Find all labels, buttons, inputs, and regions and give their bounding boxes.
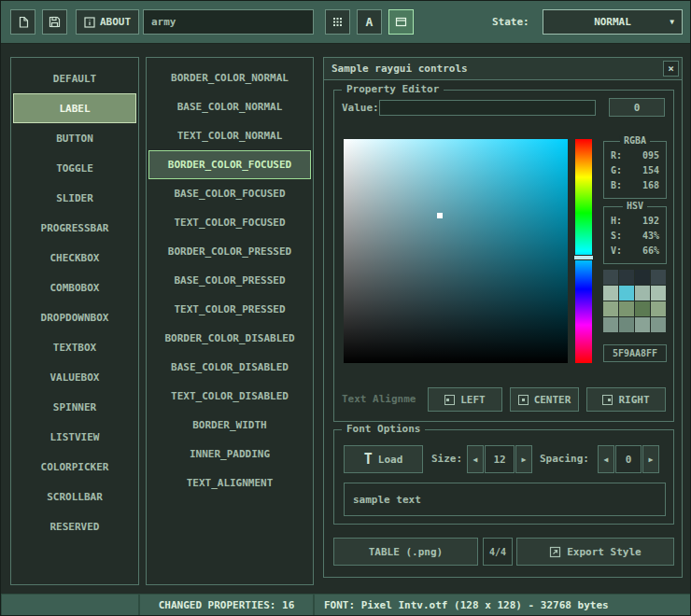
property-item[interactable]: BORDER_COLOR_PRESSED [148,237,311,266]
state-value: NORMAL [594,16,631,28]
value-slider[interactable] [379,100,596,116]
hsv-h-value: 192 [642,214,659,229]
palette-swatch[interactable] [635,317,650,332]
property-item[interactable]: BASE_COLOR_DISABLED [148,353,311,382]
align-left-button[interactable]: LEFT [428,387,502,412]
control-item[interactable]: COLORPICKER [13,452,136,482]
palette-swatch[interactable] [619,270,634,285]
palette-swatch[interactable] [651,286,666,301]
spacing-value[interactable]: 0 [615,445,642,473]
property-item[interactable]: BASE_COLOR_NORMAL [148,92,311,121]
property-item[interactable]: BORDER_WIDTH [148,411,311,440]
align-right-label: RIGHT [618,394,649,406]
property-item[interactable]: TEXT_COLOR_NORMAL [148,121,311,150]
property-item[interactable]: INNER_PADDING [148,440,311,469]
property-item[interactable]: TEXT_ALIGNMENT [148,469,311,497]
export-counter[interactable]: 4/4 [483,538,513,566]
font-options-group: Font Options T Load Size: ◀ 12 ▶ Spacing… [333,429,674,525]
palette-swatch[interactable] [603,286,618,301]
save-style-button[interactable] [42,9,67,35]
palette-swatch[interactable] [619,317,634,332]
control-item[interactable]: PROGRESSBAR [13,213,136,243]
close-button[interactable]: × [663,61,679,77]
control-item[interactable]: SCROLLBAR [13,482,136,511]
control-item[interactable]: BUTTON [13,123,136,153]
spacing-increase-button[interactable]: ▶ [642,445,659,473]
property-editor-title: Property Editor [342,83,444,95]
rgba-g-label: G: [611,163,622,178]
hue-bar[interactable] [575,139,592,363]
palette-swatch[interactable] [603,301,618,316]
palette-swatch[interactable] [635,286,650,301]
export-table-button[interactable]: TABLE (.png) [333,538,478,566]
export-style-label: Export Style [567,546,641,558]
chevron-left-icon: ◀ [473,455,478,464]
control-item[interactable]: TEXTBOX [13,332,136,362]
sample-text-box[interactable]: sample text [344,483,666,516]
property-item[interactable]: BASE_COLOR_FOCUSED [148,179,311,208]
palette-swatch[interactable] [619,301,634,316]
property-item[interactable]: TEXT_COLOR_FOCUSED [148,208,311,237]
control-item[interactable]: DEFAULT [13,63,136,93]
text-alignment-label: Text Alignme [342,387,428,412]
palette-swatch[interactable] [635,301,650,316]
spacing-decrease-button[interactable]: ◀ [598,445,614,473]
font-mode-button[interactable]: A [357,9,382,35]
color-panel[interactable] [344,139,568,363]
control-item[interactable]: RESERVED [13,511,136,541]
window-mode-button[interactable] [388,9,414,35]
sample-controls-window: Sample raygui controls × Property Editor… [323,57,683,578]
palette-swatch[interactable] [635,270,650,285]
style-name-input[interactable] [143,9,314,35]
control-item-selected[interactable]: LABEL [13,93,136,123]
hsv-group: HSV H: 192 S: 43% V: 66% [603,206,667,264]
control-item[interactable]: CHECKBOX [13,243,136,273]
export-style-button[interactable]: Export Style [516,538,674,566]
value-button[interactable]: 0 [609,98,665,117]
grid-mode-button[interactable] [325,9,350,35]
palette-swatch[interactable] [651,317,666,332]
statusbar-spacer [1,594,139,616]
export-icon [549,546,561,558]
rgba-b-value: 168 [642,178,659,193]
close-icon: × [668,63,674,75]
font-options-title: Font Options [342,423,425,435]
control-item[interactable]: SLIDER [13,183,136,213]
color-cursor[interactable] [437,213,443,218]
about-button[interactable]: ABOUT [76,9,139,35]
style-palette [603,270,666,332]
align-left-icon [444,395,455,405]
property-item[interactable]: BORDER_COLOR_DISABLED [148,324,311,353]
hue-slider-handle[interactable] [573,255,594,260]
property-item[interactable]: TEXT_COLOR_PRESSED [148,295,311,324]
hsv-v-row: V: 66% [604,244,666,259]
control-item[interactable]: COMBOBOX [13,273,136,302]
palette-swatch[interactable] [603,317,618,332]
palette-swatch[interactable] [603,270,618,285]
align-center-button[interactable]: CENTER [510,387,579,412]
state-dropdown[interactable]: NORMAL ▼ [543,9,683,35]
window-titlebar[interactable]: Sample raygui controls [324,58,682,80]
align-right-button[interactable]: RIGHT [586,387,666,412]
palette-swatch[interactable] [619,286,634,301]
align-center-label: CENTER [534,394,571,406]
new-style-button[interactable] [10,9,35,35]
rgba-title: RGBA [620,135,650,146]
control-item[interactable]: SPINNER [13,392,136,422]
size-decrease-button[interactable]: ◀ [467,445,484,473]
control-item[interactable]: DROPDOWNBOX [13,302,136,332]
property-item-selected[interactable]: BORDER_COLOR_FOCUSED [148,150,311,179]
control-item[interactable]: VALUEBOX [13,362,136,392]
font-load-button[interactable]: T Load [344,445,423,473]
size-increase-button[interactable]: ▶ [515,445,532,473]
control-item[interactable]: LISTVIEW [13,422,136,452]
palette-swatch[interactable] [651,270,666,285]
palette-swatch[interactable] [651,301,666,316]
size-label: Size: [431,445,462,473]
size-value[interactable]: 12 [485,445,515,473]
hsv-h-label: H: [611,214,622,229]
property-item[interactable]: BORDER_COLOR_NORMAL [148,63,311,92]
property-item[interactable]: TEXT_COLOR_DISABLED [148,382,311,411]
control-item[interactable]: TOGGLE [13,153,136,183]
property-item[interactable]: BASE_COLOR_PRESSED [148,266,311,295]
